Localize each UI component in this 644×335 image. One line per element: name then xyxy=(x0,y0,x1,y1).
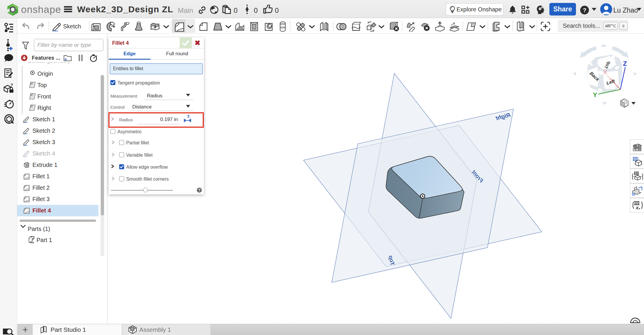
svg-text:?: ? xyxy=(11,84,13,87)
svg-text:±: ± xyxy=(187,114,190,118)
svg-text:x: x xyxy=(636,205,639,210)
svg-text:Y: Y xyxy=(593,91,597,99)
svg-text:?: ? xyxy=(583,7,586,13)
svg-text:Z: Z xyxy=(623,60,627,67)
svg-text:X: X xyxy=(603,69,607,75)
